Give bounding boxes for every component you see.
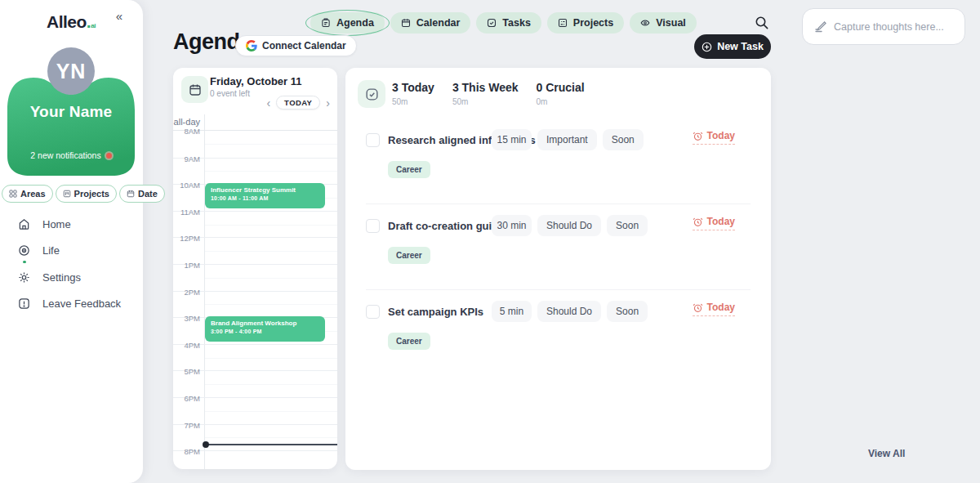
filter-tab-label: Date: [138, 189, 158, 199]
tab-visual[interactable]: Visual: [630, 12, 697, 34]
hour-label: 3PM: [173, 314, 200, 323]
plus-circle-icon: [702, 42, 712, 52]
feedback-icon: [18, 297, 30, 310]
stat-sub: 0m: [537, 97, 585, 106]
tab-tasks[interactable]: Tasks: [476, 12, 541, 34]
sidebar-collapse-icon[interactable]: «: [116, 9, 122, 23]
sidebar-item-settings[interactable]: Settings: [18, 264, 132, 291]
user-name: Your Name: [7, 103, 135, 121]
tab-calendar[interactable]: Calendar: [390, 12, 471, 34]
notification-dot-icon: [106, 153, 112, 159]
task-due-badge[interactable]: Today: [693, 130, 735, 145]
task-due-badge[interactable]: Today: [693, 302, 735, 316]
sidebar-item-label: Life: [42, 244, 60, 257]
task-tag[interactable]: Career: [388, 333, 430, 350]
filter-tab-label: Projects: [74, 189, 109, 199]
view-all-link[interactable]: View All: [868, 448, 905, 459]
task-when-pill[interactable]: Soon: [603, 129, 644, 150]
task-when-pill[interactable]: Soon: [607, 215, 648, 236]
task-when-pill[interactable]: Soon: [607, 301, 648, 322]
hour-label: 9AM: [173, 154, 200, 163]
gear-icon: [18, 271, 30, 284]
sidebar-item-feedback[interactable]: Leave Feedback: [18, 291, 132, 318]
stat-label: 0 Crucial: [537, 81, 585, 94]
alarm-icon: [693, 131, 703, 141]
hour-label: 1PM: [173, 261, 200, 270]
tab-label: Calendar: [416, 17, 461, 29]
tab-agenda[interactable]: Agenda: [310, 12, 385, 34]
quick-capture: [802, 8, 965, 45]
avatar[interactable]: YN: [47, 47, 95, 95]
prev-day-icon[interactable]: ‹: [266, 97, 270, 109]
task-due-label: Today: [707, 302, 735, 313]
tab-projects[interactable]: Projects: [547, 12, 624, 34]
projects-icon: [558, 18, 568, 28]
app-root: Alleo.ai « YN Your Name 2 new notificati…: [0, 0, 980, 483]
capture-input[interactable]: [834, 21, 953, 33]
task-checkbox[interactable]: [366, 305, 380, 319]
stat-sub: 50m: [392, 97, 434, 106]
task-duration-pill[interactable]: 5 min: [492, 301, 532, 322]
sidebar-filter-tabs: Areas Projects Date: [2, 185, 165, 203]
sidebar: Alleo.ai « YN Your Name 2 new notificati…: [0, 0, 143, 483]
sidebar-item-home[interactable]: Home: [18, 211, 132, 238]
task-due-badge[interactable]: Today: [693, 216, 735, 230]
filter-tab-areas[interactable]: Areas: [2, 185, 53, 203]
hour-label: 12PM: [173, 234, 200, 243]
today-button[interactable]: TODAY: [276, 96, 320, 110]
calendar-date-title: Friday, October 11: [210, 75, 301, 87]
quick-capture-pen-icon: [814, 20, 827, 34]
tab-label: Tasks: [502, 17, 531, 29]
home-icon: [18, 218, 30, 230]
task-list: Research aligned influencers 15 min Impo…: [366, 125, 751, 382]
task-checkbox[interactable]: [366, 133, 380, 147]
task-stats: 3 Today 50m 3 This Week 50m 0 Crucial 0m: [392, 81, 585, 106]
grid-icon: [9, 190, 17, 198]
sidebar-item-label: Home: [42, 218, 71, 230]
task-row: Draft co-creation guidelines 30 min Shou…: [366, 211, 751, 290]
calendar-events-left: 0 event left: [210, 89, 250, 98]
task-priority-pill[interactable]: Important: [537, 129, 597, 150]
stat-sub: 50m: [452, 97, 519, 106]
calendar-icon: [401, 18, 411, 28]
task-tag[interactable]: Career: [388, 161, 430, 178]
task-main: Research aligned influencers 15 min Impo…: [366, 125, 751, 154]
new-task-button[interactable]: New Task: [694, 34, 771, 59]
task-pills: 5 min Should Do Soon: [492, 301, 648, 322]
calendar-icon: [127, 190, 135, 198]
sidebar-item-label: Settings: [42, 271, 81, 284]
event-time: 3:00 PM - 4:00 PM: [211, 329, 319, 334]
task-checkbox[interactable]: [366, 219, 380, 233]
alarm-icon: [693, 302, 703, 313]
hour-label: 11AM: [173, 208, 200, 217]
task-priority-pill[interactable]: Should Do: [537, 215, 601, 236]
calendar-event[interactable]: Brand Alignment Workshop 3:00 PM - 4:00 …: [205, 316, 325, 342]
filter-tab-date[interactable]: Date: [119, 185, 165, 203]
task-tag[interactable]: Career: [388, 247, 430, 264]
app-logo: Alleo.ai: [47, 12, 96, 32]
task-priority-pill[interactable]: Should Do: [537, 301, 601, 322]
calendar-event[interactable]: Influencer Strategy Summit 10:00 AM - 11…: [205, 183, 325, 208]
tab-label: Projects: [573, 17, 613, 29]
task-duration-pill[interactable]: 30 min: [492, 215, 532, 236]
tab-label: Visual: [656, 17, 686, 29]
notifications[interactable]: 2 new notifications: [7, 150, 135, 160]
stat-label: 3 This Week: [452, 81, 519, 94]
stat-label: 3 Today: [392, 81, 434, 94]
sidebar-item-life[interactable]: Life: [18, 238, 132, 265]
event-time: 10:00 AM - 11:00 AM: [211, 195, 319, 201]
calendar-header-icon: [181, 76, 208, 103]
filter-tab-projects[interactable]: Projects: [56, 185, 117, 203]
task-pills: 15 min Important Soon: [492, 129, 644, 150]
agenda-icon: [321, 18, 331, 28]
task-title[interactable]: Set campaign KPIs: [388, 306, 483, 318]
alarm-icon: [693, 217, 703, 227]
logo-text: Alleo: [47, 12, 87, 31]
next-day-icon[interactable]: ›: [326, 97, 330, 109]
sidebar-item-label: Leave Feedback: [42, 297, 121, 310]
logo-suffix: ai: [91, 22, 96, 29]
tasks-panel: 3 Today 50m 3 This Week 50m 0 Crucial 0m…: [345, 68, 771, 470]
task-duration-pill[interactable]: 15 min: [492, 129, 532, 150]
connect-calendar-button[interactable]: Connect Calendar: [235, 35, 357, 56]
search-icon[interactable]: [755, 16, 769, 30]
